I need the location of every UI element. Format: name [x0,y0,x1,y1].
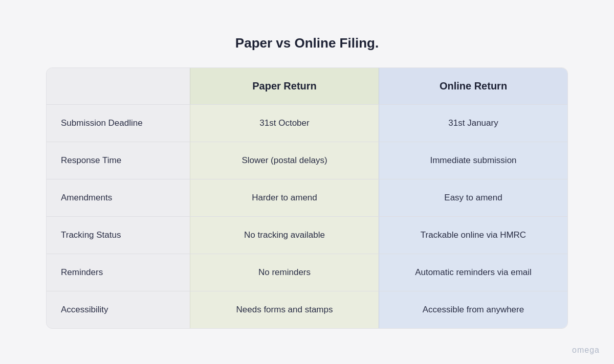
row-label-amendments: Amendments [47,179,190,216]
row-label-reminders: Reminders [47,254,190,291]
cell-online-response-time: Immediate submission [379,142,567,179]
table-header-row: Paper Return Online Return [47,68,567,104]
watermark: omega [572,346,600,355]
cell-online-accessibility: Accessible from anywhere [379,291,567,328]
table-row: Amendments Harder to amend Easy to amend [47,179,567,216]
cell-online-reminders: Automatic reminders via email [379,254,567,291]
page-title: Paper vs Online Filing. [235,35,379,51]
cell-online-amendments: Easy to amend [379,179,567,216]
table-row: Submission Deadline 31st October 31st Ja… [47,104,567,142]
row-label-accessibility: Accessibility [47,291,190,328]
cell-online-tracking-status: Trackable online via HMRC [379,217,567,254]
cell-paper-submission-deadline: 31st October [190,105,379,142]
cell-online-submission-deadline: 31st January [379,105,567,142]
table-row: Accessibility Needs forms and stamps Acc… [47,291,567,328]
cell-paper-reminders: No reminders [190,254,379,291]
row-label-submission-deadline: Submission Deadline [47,105,190,142]
cell-paper-response-time: Slower (postal delays) [190,142,379,179]
table-row: Reminders No reminders Automatic reminde… [47,254,567,291]
header-online-return: Online Return [379,68,567,104]
cell-paper-amendments: Harder to amend [190,179,379,216]
cell-paper-tracking-status: No tracking available [190,217,379,254]
header-paper-return: Paper Return [190,68,379,104]
table-row: Tracking Status No tracking available Tr… [47,216,567,254]
cell-paper-accessibility: Needs forms and stamps [190,291,379,328]
row-label-tracking-status: Tracking Status [47,217,190,254]
header-empty-cell [47,68,190,104]
table-row: Response Time Slower (postal delays) Imm… [47,142,567,179]
row-label-response-time: Response Time [47,142,190,179]
comparison-table: Paper Return Online Return Submission De… [46,67,568,329]
